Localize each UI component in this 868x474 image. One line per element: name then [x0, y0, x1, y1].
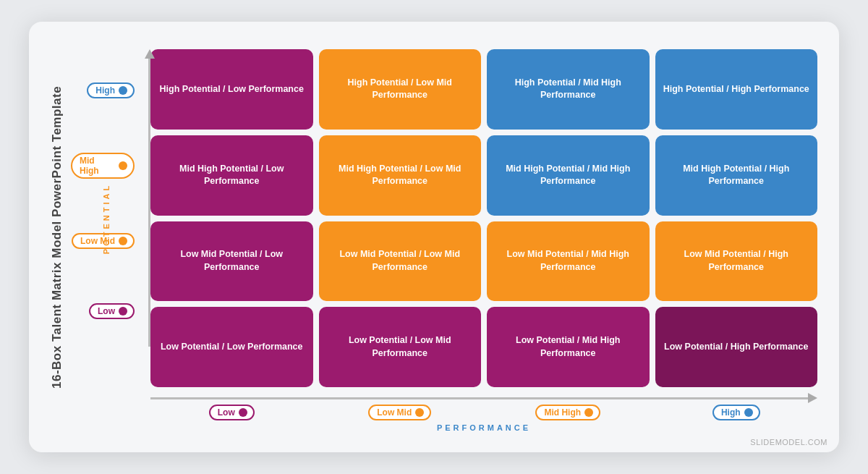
- y-midhigh-text: Mid High: [80, 156, 115, 176]
- grid-row-3: Low Potential / Low PerformanceLow Poten…: [150, 307, 817, 387]
- y-midhigh-dot: [119, 161, 127, 170]
- x-axis-area: Low Low Mid Mid High: [150, 392, 817, 432]
- cell-r2-c3[interactable]: Low Mid Potential / High Performance: [655, 221, 818, 302]
- grid-row-0: High Potential / Low PerformanceHigh Pot…: [150, 49, 817, 130]
- y-high-dot: [119, 86, 127, 95]
- x-toggle-high[interactable]: High: [712, 405, 760, 420]
- y-label-high: High: [71, 82, 135, 98]
- cell-r0-c0[interactable]: High Potential / Low Performance: [150, 49, 313, 130]
- cell-r3-c0[interactable]: Low Potential / Low Performance: [150, 307, 313, 387]
- cell-r1-c3[interactable]: Mid High Potential / High Performance: [655, 135, 818, 216]
- x-label-midhigh: Mid High: [487, 405, 650, 420]
- x-toggle-midhigh[interactable]: Mid High: [535, 405, 600, 420]
- cell-r0-c1[interactable]: High Potential / Low Mid Performance: [319, 49, 482, 130]
- y-axis-line: [148, 59, 150, 347]
- cell-r2-c1[interactable]: Low Mid Potential / Low Mid Performance: [319, 221, 482, 302]
- x-label-low: Low: [150, 405, 313, 420]
- grid-row-2: Low Mid Potential / Low PerformanceLow M…: [150, 221, 817, 302]
- cell-r1-c0[interactable]: Mid High Potential / Low Performance: [150, 135, 313, 216]
- x-axis-line-row: [150, 392, 817, 405]
- y-low-text: Low: [98, 306, 115, 316]
- main-area: POTENTIAL High Mid High: [71, 42, 817, 432]
- y-low-dot: [119, 307, 127, 316]
- x-label-high: High: [655, 405, 818, 420]
- cell-r3-c3[interactable]: Low Potential / High Performance: [655, 307, 818, 387]
- cell-r2-c0[interactable]: Low Mid Potential / Low Performance: [150, 221, 313, 302]
- y-high-text: High: [95, 85, 115, 96]
- main-card: 16-Box Talent Matrix Model PowerPoint Te…: [29, 22, 839, 452]
- matrix-container: POTENTIAL High Mid High: [71, 49, 817, 387]
- y-axis-arrow: [145, 49, 155, 59]
- x-high-text: High: [721, 407, 741, 418]
- x-axis-line: [150, 397, 808, 399]
- cell-r1-c1[interactable]: Mid High Potential / Low Mid Performance: [319, 135, 482, 216]
- cell-r1-c2[interactable]: Mid High Potential / Mid High Performanc…: [487, 135, 650, 216]
- performance-label: PERFORMANCE: [150, 423, 817, 432]
- x-bottom-labels: Low Low Mid Mid High: [150, 405, 817, 420]
- potential-label: POTENTIAL: [102, 182, 111, 253]
- grid-area: High Potential / Low PerformanceHigh Pot…: [150, 49, 817, 387]
- x-low-dot: [239, 408, 247, 417]
- x-label-lowmid: Low Mid: [319, 405, 482, 420]
- x-lowmid-dot: [415, 408, 424, 417]
- cell-r0-c3[interactable]: High Potential / High Performance: [655, 49, 818, 130]
- x-axis-arrow: [808, 393, 817, 403]
- y-label-midhigh: Mid High: [71, 153, 135, 179]
- x-toggle-low[interactable]: Low: [209, 405, 255, 420]
- page-title: 16-Box Talent Matrix Model PowerPoint Te…: [43, 42, 71, 432]
- watermark: SLIDEMODEL.COM: [750, 438, 827, 447]
- x-midhigh-dot: [584, 408, 593, 417]
- grid-row-1: Mid High Potential / Low PerformanceMid …: [150, 135, 817, 216]
- cell-r0-c2[interactable]: High Potential / Mid High Performance: [487, 49, 650, 130]
- y-toggle-low[interactable]: Low: [89, 303, 135, 319]
- x-lowmid-text: Low Mid: [377, 407, 412, 418]
- x-low-text: Low: [218, 407, 235, 418]
- cell-r2-c2[interactable]: Low Mid Potential / Mid High Performance: [487, 221, 650, 302]
- x-high-dot: [744, 408, 753, 417]
- cell-r3-c1[interactable]: Low Potential / Low Mid Performance: [319, 307, 482, 387]
- x-midhigh-text: Mid High: [544, 407, 581, 418]
- y-label-low: Low: [71, 303, 135, 319]
- y-axis-area: POTENTIAL High Mid High: [71, 49, 150, 387]
- x-toggle-lowmid[interactable]: Low Mid: [368, 405, 431, 420]
- y-toggle-high[interactable]: High: [87, 82, 135, 98]
- y-lowmid-dot: [119, 237, 127, 245]
- cell-r3-c2[interactable]: Low Potential / Mid High Performance: [487, 307, 650, 387]
- y-toggle-midhigh[interactable]: Mid High: [71, 153, 135, 179]
